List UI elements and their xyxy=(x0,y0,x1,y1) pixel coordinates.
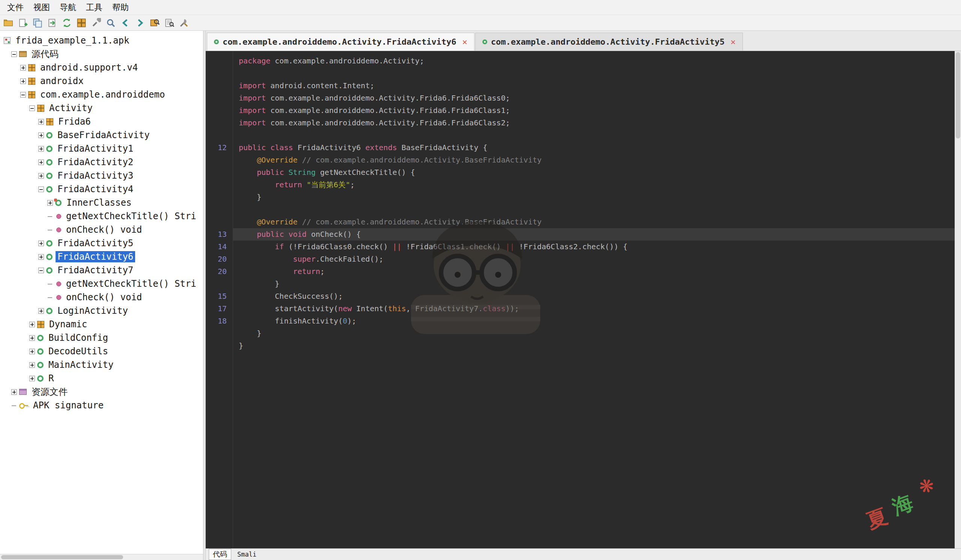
text-search-button[interactable] xyxy=(163,17,175,29)
code-line[interactable]: import com.example.androiddemo.Activity.… xyxy=(206,104,955,117)
tree-horizontal-scrollbar[interactable] xyxy=(0,554,203,560)
tree-item[interactable]: Dynamic xyxy=(0,318,203,331)
editor-tab[interactable]: com.example.androiddemo.Activity.FridaAc… xyxy=(475,33,743,51)
tree-item[interactable]: Frida6 xyxy=(0,115,203,128)
code-line[interactable]: @Override // com.example.androiddemo.Act… xyxy=(206,216,955,228)
code-line[interactable]: } xyxy=(206,191,955,204)
expand-toggle-icon[interactable] xyxy=(38,308,44,314)
tree-item[interactable]: DecodeUtils xyxy=(0,345,203,358)
tree-item[interactable]: BuildConfig xyxy=(0,331,203,345)
tree-item[interactable]: LoginActivity xyxy=(0,304,203,318)
expand-toggle-icon[interactable] xyxy=(11,389,17,395)
tree-item[interactable]: frida_example_1.1.apk xyxy=(0,34,203,47)
collapse-toggle-icon[interactable] xyxy=(38,268,44,273)
tree-item[interactable]: 源代码 xyxy=(0,47,203,61)
tree-item[interactable]: InnerClasses xyxy=(0,196,203,209)
tree-item[interactable]: FridaActivity1 xyxy=(0,142,203,156)
export-button[interactable] xyxy=(46,17,58,29)
tree-item[interactable]: APK signature xyxy=(0,399,203,412)
bottom-tab[interactable]: Smali xyxy=(233,550,260,558)
menu-item[interactable]: 帮助 xyxy=(108,0,133,14)
code-line[interactable]: } xyxy=(206,278,955,290)
tree-item[interactable]: androidx xyxy=(0,74,203,88)
code-line[interactable]: 12public class FridaActivity6 extends Ba… xyxy=(206,141,955,154)
collapse-toggle-icon[interactable] xyxy=(11,51,17,57)
open-file-button[interactable] xyxy=(2,17,14,29)
scrollbar-thumb[interactable] xyxy=(956,52,960,138)
tree-item[interactable]: FridaActivity4 xyxy=(0,183,203,196)
preferences-button[interactable] xyxy=(178,17,190,29)
expand-toggle-icon[interactable] xyxy=(38,133,44,138)
close-icon[interactable] xyxy=(731,37,735,47)
tree-item[interactable]: getNextCheckTitle() Stri xyxy=(0,209,203,223)
back-button[interactable] xyxy=(119,17,132,29)
forward-button[interactable] xyxy=(134,17,146,29)
expand-toggle-icon[interactable] xyxy=(29,376,35,381)
expand-toggle-icon[interactable] xyxy=(38,146,44,152)
expand-toggle-icon[interactable] xyxy=(29,349,35,354)
collapse-toggle-icon[interactable] xyxy=(38,186,44,192)
tree-item[interactable]: onCheck() void xyxy=(0,290,203,304)
code-line[interactable]: } xyxy=(206,327,955,340)
expand-toggle-icon[interactable] xyxy=(47,200,53,206)
expand-toggle-icon[interactable] xyxy=(20,79,26,84)
sync-button[interactable] xyxy=(61,17,73,29)
tree-item[interactable]: android.support.v4 xyxy=(0,61,203,74)
tree-item[interactable]: com.example.androiddemo xyxy=(0,88,203,101)
bottom-tab[interactable]: 代码 xyxy=(209,549,231,560)
tree-item[interactable]: FridaActivity2 xyxy=(0,156,203,169)
code-line[interactable]: @Override // com.example.androiddemo.Act… xyxy=(206,154,955,166)
scrollbar-thumb[interactable] xyxy=(1,555,123,559)
code-line[interactable]: 17 startActivity(new Intent(this, FridaA… xyxy=(206,303,955,315)
collapse-toggle-icon[interactable] xyxy=(29,106,35,111)
close-icon[interactable] xyxy=(463,37,468,47)
code-line[interactable]: import android.content.Intent; xyxy=(206,80,955,92)
editor-vertical-scrollbar[interactable] xyxy=(955,51,961,548)
tree-item[interactable]: FridaActivity5 xyxy=(0,236,203,250)
add-files-button[interactable] xyxy=(17,17,29,29)
tree-item[interactable]: getNextCheckTitle() Stri xyxy=(0,277,203,290)
tree-item[interactable]: BaseFridaActivity xyxy=(0,128,203,142)
code-line[interactable]: public String getNextCheckTitle() { xyxy=(206,166,955,179)
tree-item[interactable]: FridaActivity6 xyxy=(0,250,203,263)
expand-toggle-icon[interactable] xyxy=(29,362,35,368)
editor-tab[interactable]: com.example.androiddemo.Activity.FridaAc… xyxy=(207,33,474,51)
flat-packages-button[interactable] xyxy=(76,17,87,29)
menu-item[interactable]: 工具 xyxy=(81,0,108,14)
code-line[interactable]: import com.example.androiddemo.Activity.… xyxy=(206,92,955,104)
expand-toggle-icon[interactable] xyxy=(38,241,44,246)
code-line[interactable]: return "当前第6关"; xyxy=(206,179,955,191)
tree-item[interactable]: Activity xyxy=(0,101,203,115)
code-line[interactable]: 15 CheckSuccess(); xyxy=(206,290,955,303)
code-line[interactable] xyxy=(206,129,955,141)
class-search-button[interactable] xyxy=(149,17,161,29)
search-button[interactable] xyxy=(105,17,117,29)
menu-item[interactable]: 导航 xyxy=(55,0,81,14)
code-area[interactable]: package com.example.androiddemo.Activity… xyxy=(206,51,955,548)
tree-item[interactable]: FridaActivity3 xyxy=(0,169,203,183)
code-line[interactable]: } xyxy=(206,340,955,352)
tree-item[interactable]: onCheck() void xyxy=(0,223,203,236)
menu-item[interactable]: 文件 xyxy=(2,0,29,14)
code-line[interactable] xyxy=(206,67,955,80)
expand-toggle-icon[interactable] xyxy=(20,65,26,71)
expand-toggle-icon[interactable] xyxy=(38,159,44,165)
expand-toggle-icon[interactable] xyxy=(38,173,44,179)
menu-item[interactable]: 视图 xyxy=(29,0,55,14)
expand-toggle-icon[interactable] xyxy=(29,322,35,327)
code-line[interactable] xyxy=(206,204,955,216)
code-line[interactable]: 18 finishActivity(0); xyxy=(206,315,955,327)
tree-item[interactable]: 资源文件 xyxy=(0,385,203,399)
expand-toggle-icon[interactable] xyxy=(38,254,44,260)
code-line[interactable]: 13 public void onCheck() { xyxy=(206,228,955,241)
tree-item[interactable]: FridaActivity7 xyxy=(0,263,203,277)
deobfuscation-button[interactable] xyxy=(90,17,102,29)
code-line[interactable]: import com.example.androiddemo.Activity.… xyxy=(206,117,955,129)
collapse-toggle-icon[interactable] xyxy=(20,92,26,98)
expand-toggle-icon[interactable] xyxy=(29,335,35,341)
expand-toggle-icon[interactable] xyxy=(38,119,44,125)
save-all-button[interactable] xyxy=(32,17,43,29)
code-line[interactable]: package com.example.androiddemo.Activity… xyxy=(206,55,955,67)
code-line[interactable]: 14 if (!Frida6Class0.check() || !Frida6C… xyxy=(206,241,955,253)
tree-item[interactable]: R xyxy=(0,372,203,385)
